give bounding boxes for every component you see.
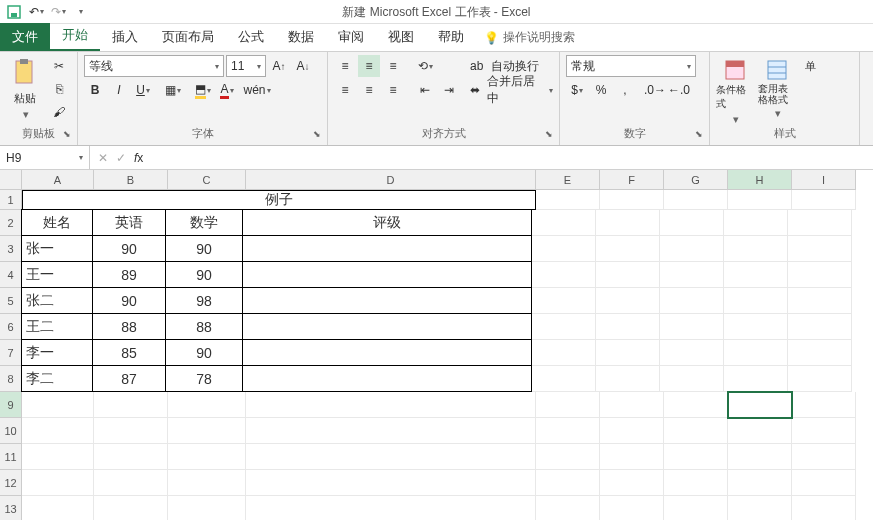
row-header-4[interactable]: 4 xyxy=(0,262,22,288)
column-header-B[interactable]: B xyxy=(94,170,168,190)
orientation-button[interactable]: ⟲▾ xyxy=(414,55,436,77)
cell[interactable]: 李一 xyxy=(21,339,93,366)
row-header-6[interactable]: 6 xyxy=(0,314,22,340)
percent-button[interactable]: % xyxy=(590,79,612,101)
cell[interactable]: 85 xyxy=(92,339,166,366)
tab-view[interactable]: 视图 xyxy=(376,23,426,51)
cell[interactable] xyxy=(22,470,94,496)
cell[interactable] xyxy=(728,444,792,470)
fill-color-button[interactable]: ⬒▾ xyxy=(192,79,214,101)
cell[interactable] xyxy=(242,235,532,262)
tell-me-search[interactable]: 💡 操作说明搜索 xyxy=(476,24,583,51)
column-header-A[interactable]: A xyxy=(22,170,94,190)
cell[interactable] xyxy=(724,288,788,314)
cell[interactable] xyxy=(94,418,168,444)
cell[interactable] xyxy=(664,190,728,210)
cell[interactable] xyxy=(664,496,728,520)
italic-button[interactable]: I xyxy=(108,79,130,101)
tab-home[interactable]: 开始 xyxy=(50,21,100,51)
cell-title[interactable]: 例子 xyxy=(22,190,536,210)
cell[interactable] xyxy=(600,470,664,496)
cell[interactable] xyxy=(664,470,728,496)
number-format-combo[interactable]: 常规▾ xyxy=(566,55,696,77)
cell[interactable] xyxy=(660,288,724,314)
align-middle-button[interactable]: ≡ xyxy=(358,55,380,77)
cell[interactable] xyxy=(168,392,246,418)
align-bottom-button[interactable]: ≡ xyxy=(382,55,404,77)
cell[interactable] xyxy=(532,340,596,366)
cell[interactable] xyxy=(660,236,724,262)
borders-button[interactable]: ▦▾ xyxy=(162,79,184,101)
cell[interactable] xyxy=(242,287,532,314)
cell[interactable] xyxy=(724,236,788,262)
enter-formula-icon[interactable]: ✓ xyxy=(116,151,126,165)
cell[interactable] xyxy=(660,366,724,392)
conditional-format-button[interactable]: 条件格式▾ xyxy=(716,55,754,127)
select-all-corner[interactable] xyxy=(0,170,22,190)
cell[interactable] xyxy=(664,444,728,470)
worksheet[interactable]: 12345678910111213 ABCDEFGHI 例子姓名英语数学评级张一… xyxy=(0,170,873,520)
column-header-E[interactable]: E xyxy=(536,170,600,190)
cell[interactable] xyxy=(596,288,660,314)
cell[interactable] xyxy=(536,444,600,470)
cell[interactable] xyxy=(600,496,664,520)
cell[interactable] xyxy=(660,314,724,340)
cell[interactable]: 王二 xyxy=(21,313,93,340)
cell[interactable] xyxy=(728,418,792,444)
cell[interactable] xyxy=(792,190,856,210)
decrease-decimal-button[interactable]: ←.0 xyxy=(668,79,690,101)
column-header-H[interactable]: H xyxy=(728,170,792,190)
cell[interactable] xyxy=(246,470,536,496)
redo-icon[interactable]: ↷▾ xyxy=(50,4,66,20)
cell[interactable] xyxy=(94,496,168,520)
cell-styles-button[interactable]: 单 xyxy=(800,55,820,127)
align-left-button[interactable]: ≡ xyxy=(334,79,356,101)
align-right-button[interactable]: ≡ xyxy=(382,79,404,101)
cell[interactable] xyxy=(724,314,788,340)
cell[interactable] xyxy=(94,470,168,496)
cell[interactable] xyxy=(728,496,792,520)
font-size-combo[interactable]: 11▾ xyxy=(226,55,266,77)
cell[interactable] xyxy=(788,236,852,262)
cell[interactable] xyxy=(168,470,246,496)
cell[interactable]: 90 xyxy=(92,287,166,314)
cell[interactable] xyxy=(168,418,246,444)
cell[interactable]: 88 xyxy=(165,313,243,340)
cell[interactable] xyxy=(94,392,168,418)
accounting-format-button[interactable]: $▾ xyxy=(566,79,588,101)
row-header-3[interactable]: 3 xyxy=(0,236,22,262)
column-header-F[interactable]: F xyxy=(600,170,664,190)
cell[interactable] xyxy=(792,444,856,470)
row-header-13[interactable]: 13 xyxy=(0,496,22,520)
cell[interactable] xyxy=(246,496,536,520)
cell[interactable] xyxy=(596,210,660,236)
cell[interactable]: 90 xyxy=(165,261,243,288)
cell[interactable] xyxy=(596,340,660,366)
row-header-1[interactable]: 1 xyxy=(0,190,22,210)
font-name-combo[interactable]: 等线▾ xyxy=(84,55,224,77)
row-header-8[interactable]: 8 xyxy=(0,366,22,392)
cell[interactable] xyxy=(536,470,600,496)
cell[interactable]: 88 xyxy=(92,313,166,340)
cut-button[interactable]: ✂ xyxy=(48,55,70,77)
cell[interactable] xyxy=(22,444,94,470)
cell[interactable] xyxy=(168,444,246,470)
table-format-button[interactable]: 套用表格格式▾ xyxy=(758,55,796,127)
cell[interactable] xyxy=(246,418,536,444)
alignment-dialog-launcher[interactable]: ⬊ xyxy=(545,129,557,141)
comma-button[interactable]: , xyxy=(614,79,636,101)
cell[interactable] xyxy=(22,418,94,444)
cancel-formula-icon[interactable]: ✕ xyxy=(98,151,108,165)
qat-customize-icon[interactable]: ▾ xyxy=(72,4,88,20)
cell[interactable] xyxy=(22,392,94,418)
format-painter-button[interactable]: 🖌 xyxy=(48,101,70,123)
cell[interactable]: 评级 xyxy=(242,209,532,236)
cell[interactable] xyxy=(532,366,596,392)
cell[interactable] xyxy=(792,392,856,418)
cell[interactable] xyxy=(532,210,596,236)
cell[interactable] xyxy=(724,210,788,236)
cell[interactable] xyxy=(94,444,168,470)
cell[interactable] xyxy=(724,262,788,288)
copy-button[interactable]: ⎘ xyxy=(48,78,70,100)
cell[interactable] xyxy=(536,418,600,444)
